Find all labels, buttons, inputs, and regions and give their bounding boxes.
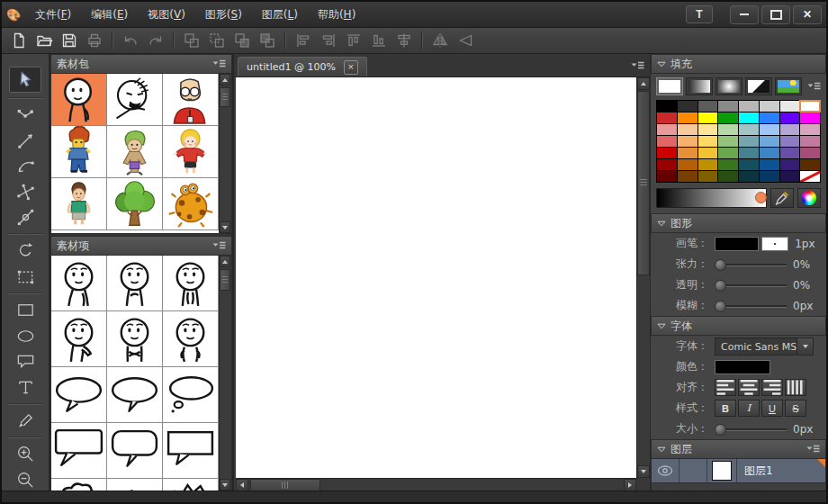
color-swatch[interactable] (739, 148, 759, 158)
rotate-tool-button[interactable] (10, 239, 40, 262)
align-text-right-button[interactable] (761, 379, 783, 396)
color-swatch[interactable] (718, 159, 738, 170)
layers-header[interactable]: 图层 (651, 439, 826, 459)
color-swatch[interactable] (800, 124, 820, 135)
color-swatch[interactable] (698, 148, 718, 158)
gradient-bar[interactable] (656, 188, 767, 208)
color-swatch[interactable] (657, 112, 677, 123)
material-item[interactable] (163, 311, 219, 367)
material-pack-item[interactable] (51, 178, 107, 230)
color-swatch[interactable] (739, 124, 759, 135)
connector-tool-button[interactable] (10, 206, 40, 229)
panel-menu-icon[interactable] (807, 82, 821, 91)
panel-menu-icon[interactable] (212, 241, 226, 250)
align-text-vertical-button[interactable] (785, 379, 806, 396)
slider-knob[interactable] (715, 424, 726, 436)
minimize-button[interactable] (730, 5, 759, 24)
panel-menu-icon[interactable] (212, 59, 226, 68)
texture-fill-button[interactable] (775, 77, 802, 95)
text-tool-button[interactable] (10, 375, 40, 398)
collapse-icon[interactable] (657, 443, 666, 455)
color-swatch[interactable] (698, 124, 718, 135)
color-swatch[interactable] (657, 136, 677, 147)
close-button[interactable]: ✕ (793, 5, 822, 24)
undo-button[interactable] (119, 30, 142, 51)
collapse-icon[interactable] (657, 217, 666, 230)
color-swatch[interactable] (657, 148, 677, 158)
align-bottom-button[interactable] (367, 30, 391, 51)
color-swatch[interactable] (657, 159, 677, 170)
color-swatch[interactable] (760, 171, 779, 182)
tab-close-button[interactable]: × (344, 60, 358, 75)
style-u-button[interactable]: U (761, 400, 783, 417)
layer-name[interactable]: 图层1 (737, 459, 825, 482)
color-swatch[interactable] (698, 136, 718, 147)
brush-color-swatch[interactable] (715, 237, 759, 251)
zoom-in-tool-button[interactable] (10, 443, 40, 465)
color-swatch[interactable] (698, 112, 718, 123)
color-swatch[interactable] (800, 136, 820, 147)
font-header[interactable]: 字体 (651, 316, 826, 336)
material-item[interactable] (163, 479, 219, 490)
scroll-up-icon[interactable] (637, 77, 650, 90)
material-item[interactable] (51, 423, 107, 479)
node-tool-button[interactable] (10, 104, 40, 126)
group-button[interactable] (180, 30, 203, 51)
scroll-thumb[interactable] (637, 91, 650, 275)
ellipse-tool-button[interactable] (10, 325, 40, 347)
align-left-button[interactable] (292, 30, 315, 51)
new-file-button[interactable] (7, 30, 31, 51)
material-pack-item[interactable] (107, 178, 163, 230)
color-swatch[interactable] (780, 136, 800, 147)
font-family-dropdown[interactable]: Comic Sans MS (715, 338, 814, 356)
font-color-swatch[interactable] (715, 360, 770, 374)
color-swatch[interactable] (760, 101, 779, 112)
gradient-handle[interactable] (755, 192, 767, 203)
menu-h[interactable]: 帮助(H) (308, 2, 365, 27)
collapse-icon[interactable] (657, 58, 666, 70)
color-swatch[interactable] (780, 101, 800, 112)
slider-knob[interactable] (715, 259, 726, 271)
material-item[interactable] (51, 311, 107, 367)
color-swatch[interactable] (760, 159, 779, 170)
print-button[interactable] (83, 30, 106, 51)
color-swatch[interactable] (718, 112, 738, 123)
color-swatch[interactable] (739, 159, 759, 170)
rectangle-tool-button[interactable] (10, 299, 40, 321)
material-pack-item[interactable] (51, 74, 107, 126)
ungroup-button[interactable] (205, 30, 229, 51)
transform-tool-button[interactable] (10, 266, 40, 288)
color-swatch[interactable] (698, 101, 718, 112)
canvas-horizontal-scrollbar[interactable] (236, 478, 636, 491)
shape-slider[interactable] (715, 300, 787, 312)
style-b-button[interactable]: B (715, 400, 736, 417)
layer-visibility-toggle[interactable] (652, 459, 680, 482)
zoom-out-tool-button[interactable] (10, 469, 40, 491)
material-item[interactable] (107, 311, 163, 367)
scroll-thumb[interactable] (220, 269, 230, 291)
tab-bar-menu-icon[interactable] (631, 61, 644, 70)
maximize-button[interactable] (761, 5, 790, 24)
scroll-thumb[interactable] (220, 87, 230, 107)
bubble-tool-button[interactable] (10, 350, 40, 373)
material-item[interactable] (163, 256, 219, 311)
color-swatch[interactable] (657, 124, 677, 135)
material-item[interactable] (107, 423, 163, 479)
color-swatch[interactable] (739, 112, 759, 123)
align-text-left-button[interactable] (715, 379, 736, 396)
color-swatch[interactable] (780, 124, 800, 135)
scroll-right-icon[interactable] (624, 479, 636, 491)
material-pack-item[interactable] (107, 74, 163, 126)
color-swatch[interactable] (800, 112, 820, 123)
layer-row[interactable]: 图层1 (652, 459, 825, 483)
color-swatch[interactable] (780, 148, 800, 158)
open-folder-button[interactable] (32, 30, 56, 51)
scroll-down-icon[interactable] (220, 221, 230, 233)
material-packs-scrollbar[interactable] (219, 74, 231, 233)
material-item[interactable] (163, 423, 219, 479)
brush-size-preview[interactable] (761, 237, 788, 251)
line-tool-button[interactable] (10, 130, 40, 152)
color-swatch[interactable] (678, 148, 698, 158)
align-center-button[interactable] (392, 30, 416, 51)
style-s-button[interactable]: S (785, 400, 806, 417)
